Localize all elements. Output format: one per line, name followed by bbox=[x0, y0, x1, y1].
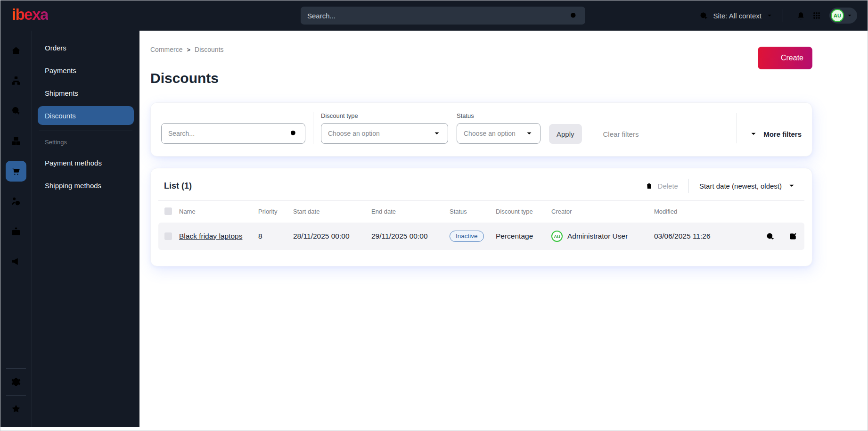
column-header-discount-type: Discount type bbox=[496, 208, 551, 215]
apply-button[interactable]: Apply bbox=[549, 124, 582, 144]
creator-name: Administrator User bbox=[567, 232, 628, 240]
column-header-modified: Modified bbox=[654, 208, 757, 215]
breadcrumb-discounts[interactable]: Discounts bbox=[195, 46, 223, 53]
discount-type-select[interactable]: Choose an option bbox=[321, 123, 448, 144]
status-select[interactable]: Choose an option bbox=[457, 123, 540, 144]
filters-panel: Discount type Choose an option Status Ch… bbox=[150, 102, 812, 157]
clear-filters-label: Clear filters bbox=[603, 130, 639, 138]
app-switcher-button[interactable] bbox=[809, 8, 825, 24]
creator-avatar: AU bbox=[551, 231, 563, 242]
close-icon bbox=[591, 131, 598, 138]
chevron-down-icon bbox=[766, 12, 773, 19]
more-filters-label: More filters bbox=[763, 130, 802, 138]
start-date-cell: 28/11/2025 00:00 bbox=[293, 232, 371, 240]
discount-type-label: Discount type bbox=[321, 112, 448, 119]
topbar-right: Site: All context AU bbox=[699, 8, 857, 24]
megaphone-icon bbox=[10, 256, 22, 267]
app-window: ibexa Site: All context AU bbox=[0, 0, 868, 431]
table-header: Name Priority Start date End date Status… bbox=[158, 201, 804, 221]
create-button[interactable]: Create bbox=[758, 47, 812, 69]
chevron-down-icon bbox=[433, 129, 441, 138]
nav-content-tree[interactable] bbox=[6, 70, 26, 91]
more-filters-button[interactable]: More filters bbox=[749, 124, 802, 144]
page-title: Discounts bbox=[150, 70, 812, 86]
breadcrumb: Commerce > Discounts bbox=[150, 46, 812, 53]
ibexa-logo[interactable]: ibexa bbox=[12, 7, 48, 25]
nav-promotions[interactable] bbox=[6, 251, 26, 272]
nav-rail-footer bbox=[6, 365, 26, 427]
sort-dropdown-label: Start date (newest, oldest) bbox=[699, 182, 782, 190]
nav-customers[interactable] bbox=[6, 191, 26, 212]
creator-cell: AU Administrator User bbox=[551, 231, 654, 242]
breadcrumb-separator: > bbox=[187, 46, 190, 53]
discount-name-link[interactable]: Black friday laptops bbox=[179, 232, 242, 240]
site-context-label: Site: All context bbox=[713, 12, 762, 20]
site-context-selector[interactable]: Site: All context bbox=[699, 11, 773, 21]
site-globe-icon bbox=[699, 11, 709, 21]
sidebar-item-shipments[interactable]: Shipments bbox=[38, 83, 134, 102]
sidebar-item-shipping-methods[interactable]: Shipping methods bbox=[38, 176, 134, 195]
rail-divider bbox=[6, 368, 26, 369]
status-filter: Status Choose an option bbox=[457, 112, 540, 144]
column-header-creator: Creator bbox=[551, 208, 654, 215]
bell-icon bbox=[796, 11, 806, 21]
priority-cell: 8 bbox=[258, 232, 293, 240]
list-header-divider bbox=[688, 179, 689, 193]
delete-button-label: Delete bbox=[658, 182, 678, 190]
notifications-button[interactable] bbox=[793, 8, 809, 24]
star-icon bbox=[10, 403, 22, 414]
nav-commerce[interactable] bbox=[6, 161, 26, 182]
sidebar-settings-heading: Settings bbox=[38, 139, 134, 146]
discount-type-value: Choose an option bbox=[328, 130, 380, 137]
content-tree-icon bbox=[10, 75, 22, 86]
nav-site[interactable] bbox=[6, 100, 26, 121]
discount-type-cell: Percentage bbox=[496, 232, 551, 240]
nav-favorites[interactable] bbox=[6, 398, 26, 419]
search-icon[interactable] bbox=[289, 129, 298, 138]
chevron-down-icon bbox=[525, 129, 533, 138]
clear-filters-button[interactable]: Clear filters bbox=[591, 124, 639, 144]
main-row: Orders Payments Shipments Discounts Sett… bbox=[0, 31, 868, 427]
preview-disabled-icon[interactable] bbox=[765, 232, 775, 241]
plus-icon bbox=[767, 54, 776, 63]
filter-divider bbox=[737, 113, 737, 143]
column-header-status: Status bbox=[450, 208, 496, 215]
commerce-sidebar: Orders Payments Shipments Discounts Sett… bbox=[32, 31, 139, 427]
topbar-divider bbox=[783, 9, 783, 22]
nav-company[interactable] bbox=[6, 221, 26, 242]
column-header-priority: Priority bbox=[258, 208, 293, 215]
modified-cell: 03/06/2025 11:26 bbox=[654, 232, 757, 240]
breadcrumb-commerce[interactable]: Commerce bbox=[150, 46, 182, 53]
avatar: AU bbox=[831, 9, 844, 22]
row-checkbox[interactable] bbox=[164, 232, 172, 240]
delete-button[interactable]: Delete bbox=[645, 182, 678, 191]
global-search-input[interactable] bbox=[307, 12, 569, 20]
status-value: Choose an option bbox=[464, 130, 516, 137]
sidebar-item-discounts[interactable]: Discounts bbox=[38, 106, 134, 125]
nav-products[interactable] bbox=[6, 131, 26, 151]
nav-home[interactable] bbox=[6, 40, 26, 61]
products-boxes-icon bbox=[10, 135, 22, 147]
edit-icon[interactable] bbox=[788, 232, 798, 241]
nav-settings[interactable] bbox=[6, 372, 26, 392]
sidebar-divider bbox=[39, 131, 132, 131]
chevron-down-icon bbox=[749, 130, 758, 138]
nav-rail bbox=[0, 31, 32, 427]
sidebar-item-payments[interactable]: Payments bbox=[38, 61, 134, 80]
filter-search-input[interactable] bbox=[168, 130, 289, 137]
sort-dropdown[interactable]: Start date (newest, oldest) bbox=[699, 182, 799, 190]
window-bottom-strip bbox=[0, 427, 868, 431]
search-icon[interactable] bbox=[569, 11, 579, 21]
sidebar-item-orders[interactable]: Orders bbox=[38, 38, 134, 57]
discount-type-filter: Discount type Choose an option bbox=[321, 112, 448, 144]
sidebar-item-payment-methods[interactable]: Payment methods bbox=[38, 153, 134, 172]
grid-icon bbox=[812, 11, 821, 20]
chevron-down-icon bbox=[787, 182, 796, 190]
global-search bbox=[301, 7, 585, 25]
row-actions bbox=[757, 232, 804, 241]
discounts-list-panel: List (1) Delete Start date (newest, olde… bbox=[150, 168, 812, 266]
select-all-checkbox[interactable] bbox=[164, 207, 172, 215]
user-menu[interactable]: AU bbox=[829, 8, 857, 24]
status-badge: Inactive bbox=[450, 231, 484, 242]
create-button-label: Create bbox=[781, 54, 803, 62]
